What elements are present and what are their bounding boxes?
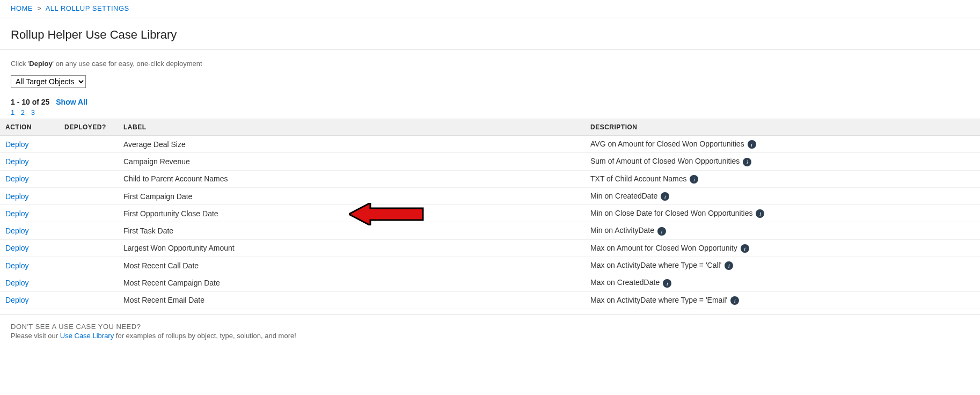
instruction-text: Click 'Deploy' on any use case for easy,…: [0, 60, 980, 75]
description-cell: Min on Close Date for Closed Won Opportu…: [585, 205, 980, 222]
table-row: DeployFirst Opportunity Close Date Min o…: [0, 205, 980, 222]
info-icon[interactable]: i: [743, 158, 751, 166]
deploy-link[interactable]: Deploy: [5, 209, 29, 218]
description-cell: Max on Amount for Closed Won Opportunity…: [585, 239, 980, 257]
table-row: DeployMost Recent Campaign DateMax on Cr…: [0, 274, 980, 291]
label-cell: First Opportunity Close Date: [118, 205, 585, 222]
page-link-1[interactable]: 1: [11, 108, 14, 116]
footer-title: DON'T SEE A USE CASE YOU NEED?: [11, 323, 969, 331]
description-cell: Max on CreatedDatei: [585, 274, 980, 291]
info-icon[interactable]: i: [725, 261, 733, 270]
deploy-link[interactable]: Deploy: [5, 157, 29, 166]
description-cell: Max on ActivityDate where Type = 'Email'…: [585, 291, 980, 309]
breadcrumb-home-link[interactable]: HOME: [11, 4, 33, 12]
col-header-action: ACTION: [0, 119, 59, 136]
breadcrumb: HOME > ALL ROLLUP SETTINGS: [0, 0, 980, 18]
page-number-links: 1 2 3: [0, 108, 980, 119]
deployed-cell: [59, 187, 118, 204]
divider-top: [0, 18, 980, 18]
deployed-cell: [59, 239, 118, 257]
info-icon[interactable]: i: [661, 192, 669, 201]
divider-bottom: [0, 314, 980, 315]
use-case-table: ACTION DEPLOYED? LABEL DESCRIPTION Deplo…: [0, 119, 980, 309]
info-icon[interactable]: i: [730, 296, 739, 305]
table-row: DeployFirst Campaign DateMin on CreatedD…: [0, 187, 980, 204]
pager-range: 1 - 10 of 25: [11, 98, 49, 106]
deployed-cell: [59, 274, 118, 291]
label-cell: Campaign Revenue: [118, 153, 585, 170]
deployed-cell: [59, 153, 118, 170]
table-row: DeployLargest Won Opportunity AmountMax …: [0, 239, 980, 257]
page-title: Rollup Helper Use Case Library: [0, 28, 980, 49]
deploy-link[interactable]: Deploy: [5, 174, 29, 183]
info-icon[interactable]: i: [741, 244, 749, 253]
description-cell: AVG on Amount for Closed Won Opportuniti…: [585, 136, 980, 153]
footer-note: DON'T SEE A USE CASE YOU NEED? Please vi…: [0, 323, 980, 340]
pager: 1 - 10 of 25 Show All: [0, 98, 980, 108]
info-icon[interactable]: i: [663, 279, 671, 288]
description-cell: Max on ActivityDate where Type = 'Call'i: [585, 257, 980, 274]
use-case-library-link[interactable]: Use Case Library: [60, 332, 114, 340]
deploy-link[interactable]: Deploy: [5, 226, 29, 235]
description-cell: Min on CreatedDatei: [585, 187, 980, 204]
label-cell: Most Recent Email Date: [118, 291, 585, 309]
deploy-link[interactable]: Deploy: [5, 296, 29, 304]
info-icon[interactable]: i: [690, 175, 698, 184]
table-row: DeployMost Recent Email DateMax on Activ…: [0, 291, 980, 309]
label-cell: Most Recent Campaign Date: [118, 274, 585, 291]
table-row: DeployCampaign RevenueSum of Amount of C…: [0, 153, 980, 170]
col-header-description: DESCRIPTION: [585, 119, 980, 136]
deployed-cell: [59, 205, 118, 222]
col-header-deployed: DEPLOYED?: [59, 119, 118, 136]
deployed-cell: [59, 222, 118, 239]
breadcrumb-separator: >: [37, 4, 41, 12]
deployed-cell: [59, 170, 118, 187]
table-row: DeployChild to Parent Account NamesTXT o…: [0, 170, 980, 187]
label-cell: Average Deal Size: [118, 136, 585, 153]
deployed-cell: [59, 257, 118, 274]
deploy-link[interactable]: Deploy: [5, 279, 29, 287]
col-header-label: LABEL: [118, 119, 585, 136]
deploy-link[interactable]: Deploy: [5, 192, 29, 201]
description-cell: Sum of Amount of Closed Won Opportunitie…: [585, 153, 980, 170]
label-cell: First Task Date: [118, 222, 585, 239]
footer-text-suffix: for examples of rollups by object, type,…: [114, 332, 296, 340]
table-row: DeployMost Recent Call DateMax on Activi…: [0, 257, 980, 274]
label-cell: First Campaign Date: [118, 187, 585, 204]
label-cell: Most Recent Call Date: [118, 257, 585, 274]
deploy-link[interactable]: Deploy: [5, 244, 29, 252]
deploy-link[interactable]: Deploy: [5, 140, 29, 149]
description-cell: Min on ActivityDatei: [585, 222, 980, 239]
info-icon[interactable]: i: [748, 140, 756, 149]
show-all-link[interactable]: Show All: [56, 98, 87, 106]
deploy-link[interactable]: Deploy: [5, 261, 29, 270]
label-cell: Largest Won Opportunity Amount: [118, 239, 585, 257]
label-cell: Child to Parent Account Names: [118, 170, 585, 187]
deployed-cell: [59, 291, 118, 309]
info-icon[interactable]: i: [657, 227, 666, 236]
breadcrumb-settings-link[interactable]: ALL ROLLUP SETTINGS: [46, 4, 129, 12]
target-object-filter[interactable]: All Target Objects: [11, 75, 86, 88]
description-cell: TXT of Child Account Namesi: [585, 170, 980, 187]
table-row: DeployFirst Task DateMin on ActivityDate…: [0, 222, 980, 239]
divider-title: [0, 49, 980, 50]
table-row: DeployAverage Deal SizeAVG on Amount for…: [0, 136, 980, 153]
footer-text-prefix: Please visit our: [11, 332, 60, 340]
page-link-2[interactable]: 2: [21, 108, 25, 116]
deployed-cell: [59, 136, 118, 153]
page-link-3[interactable]: 3: [31, 108, 35, 116]
info-icon[interactable]: i: [756, 209, 764, 218]
